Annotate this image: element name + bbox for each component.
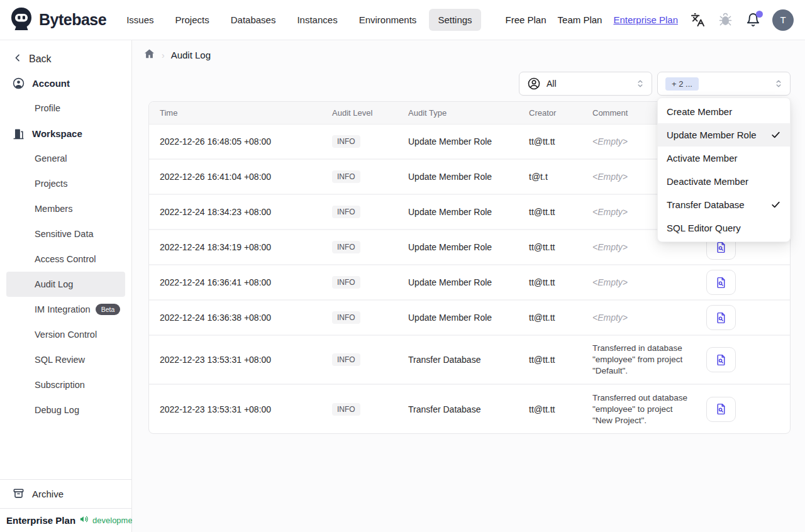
menu-item-label: Deactivate Member — [667, 176, 748, 187]
empty-comment: <Empty> — [592, 313, 628, 323]
sidebar-item-general[interactable]: General — [6, 146, 125, 171]
cell-time: 2022-12-24 18:34:23 +08:00 — [149, 194, 332, 230]
back-button[interactable]: Back — [0, 48, 131, 70]
cell-creator: tt@tt.tt — [529, 335, 592, 384]
nav-item-settings[interactable]: Settings — [429, 9, 480, 31]
menu-item-create-member[interactable]: Create Member — [658, 100, 790, 123]
nav-item-environments[interactable]: Environments — [350, 9, 426, 31]
view-detail-button[interactable] — [706, 305, 736, 330]
filter-bar: All + 2 ... — [519, 72, 791, 96]
cell-actions — [698, 300, 791, 335]
bytebase-app: Bytebase IssuesProjectsDatabasesInstance… — [0, 0, 805, 532]
cell-creator: tt@tt.tt — [529, 124, 592, 159]
cell-audit-level: INFO — [332, 159, 408, 194]
level-badge: INFO — [332, 353, 360, 366]
plan-link-team-plan[interactable]: Team Plan — [558, 14, 602, 25]
menu-item-update-member-role[interactable]: Update Member Role — [658, 123, 790, 147]
cell-comment: Transferred out database "employee" to p… — [592, 384, 698, 433]
cell-creator: tt@tt.tt — [529, 230, 592, 265]
cell-audit-level: INFO — [332, 384, 408, 433]
archive-icon — [13, 487, 25, 501]
nav-right: Free PlanTeam PlanEnterprise Plan — [506, 9, 794, 31]
building-icon — [13, 128, 25, 140]
level-badge: INFO — [332, 170, 360, 183]
breadcrumb: › Audit Log — [143, 48, 211, 62]
cell-audit-level: INFO — [332, 230, 408, 265]
view-detail-button[interactable] — [706, 270, 736, 295]
sidebar-item-label: Projects — [35, 179, 67, 189]
audit-log-row: 2022-12-24 16:36:38 +08:00INFOUpdate Mem… — [149, 300, 791, 335]
audit-type-filter-select[interactable]: + 2 ... — [657, 72, 791, 96]
cell-audit-type: Update Member Role — [408, 124, 529, 159]
main-content: › Audit Log All + 2 ... — [132, 40, 805, 532]
notifications-bell-icon[interactable] — [745, 12, 761, 28]
menu-item-activate-member[interactable]: Activate Member — [658, 147, 790, 170]
home-icon[interactable] — [143, 48, 155, 62]
audit-log-row: 2022-12-23 13:53:31 +08:00INFOTransfer D… — [149, 384, 791, 433]
sidebar-item-label: Members — [35, 204, 72, 214]
cell-audit-type: Transfer Database — [408, 384, 529, 433]
nav-item-databases[interactable]: Databases — [222, 9, 285, 31]
bug-icon[interactable] — [717, 12, 733, 28]
nav-item-projects[interactable]: Projects — [167, 9, 218, 31]
sidebar-item-version-control[interactable]: Version Control — [6, 322, 125, 347]
audit-type-menu: Create MemberUpdate Member RoleActivate … — [657, 97, 791, 242]
empty-comment: <Empty> — [592, 242, 628, 252]
translate-icon[interactable] — [689, 12, 706, 28]
sidebar-item-im-integration[interactable]: IM IntegrationBeta — [6, 297, 125, 322]
cell-audit-level: INFO — [332, 300, 408, 335]
level-badge: INFO — [332, 276, 360, 289]
plan-link-enterprise-plan[interactable]: Enterprise Plan — [613, 14, 678, 25]
creator-filter-select[interactable]: All — [519, 72, 652, 96]
notification-dot — [756, 11, 763, 18]
cell-creator: tt@tt.tt — [529, 384, 592, 433]
nav-item-issues[interactable]: Issues — [118, 9, 162, 31]
check-icon — [770, 130, 781, 140]
menu-item-label: Transfer Database — [667, 199, 745, 210]
sidebar-section-title: Workspace — [32, 128, 82, 139]
sidebar-item-access-control[interactable]: Access Control — [6, 247, 125, 272]
cell-time: 2022-12-24 16:36:41 +08:00 — [149, 265, 332, 300]
level-badge: INFO — [332, 311, 360, 324]
document-search-icon — [714, 353, 728, 367]
document-search-icon — [714, 311, 728, 324]
level-badge: INFO — [332, 403, 360, 416]
cell-audit-level: INFO — [332, 194, 408, 230]
sidebar-item-label: Access Control — [35, 254, 96, 264]
brand-logo[interactable]: Bytebase — [9, 6, 106, 34]
plan-link-free-plan[interactable]: Free Plan — [506, 14, 547, 25]
level-badge: INFO — [332, 135, 360, 148]
sidebar-item-label: General — [35, 153, 67, 163]
avatar[interactable]: T — [772, 9, 794, 31]
sidebar-item-projects[interactable]: Projects — [6, 171, 125, 196]
sidebar-item-sensitive-data[interactable]: Sensitive Data — [6, 221, 125, 247]
cell-actions — [698, 335, 791, 384]
menu-item-sql-editor-query[interactable]: SQL Editor Query — [658, 216, 790, 240]
view-detail-button[interactable] — [706, 347, 736, 372]
top-nav: Bytebase IssuesProjectsDatabasesInstance… — [0, 0, 805, 40]
menu-item-deactivate-member[interactable]: Deactivate Member — [658, 170, 790, 193]
sidebar-item-debug-log[interactable]: Debug Log — [6, 397, 125, 423]
sidebar-item-label: IM Integration — [35, 304, 91, 314]
sidebar-item-profile[interactable]: Profile — [6, 96, 125, 121]
sidebar-item-sql-review[interactable]: SQL Review — [6, 347, 125, 372]
cell-audit-type: Update Member Role — [408, 159, 529, 194]
sidebar-item-subscription[interactable]: Subscription — [6, 372, 125, 397]
audit-log-row: 2022-12-24 16:36:41 +08:00INFOUpdate Mem… — [149, 265, 791, 300]
sidebar-item-audit-log[interactable]: Audit Log — [6, 272, 125, 297]
sidebar-item-members[interactable]: Members — [6, 196, 125, 221]
check-icon — [770, 199, 781, 210]
cell-audit-level: INFO — [332, 124, 408, 159]
sidebar-section-title: Account — [32, 78, 70, 89]
view-detail-button[interactable] — [706, 397, 736, 422]
menu-item-transfer-database[interactable]: Transfer Database — [658, 193, 790, 216]
cell-time: 2022-12-26 16:48:05 +08:00 — [149, 124, 332, 159]
level-badge: INFO — [332, 241, 360, 253]
sidebar-item-archive[interactable]: Archive — [0, 479, 131, 508]
cell-audit-type: Transfer Database — [408, 335, 529, 384]
menu-item-label: Create Member — [667, 106, 732, 117]
cell-time: 2022-12-24 18:34:19 +08:00 — [149, 230, 332, 265]
nav-item-instances[interactable]: Instances — [288, 9, 346, 31]
bytebase-logo-icon — [9, 6, 34, 34]
cell-audit-type: Update Member Role — [408, 265, 529, 300]
